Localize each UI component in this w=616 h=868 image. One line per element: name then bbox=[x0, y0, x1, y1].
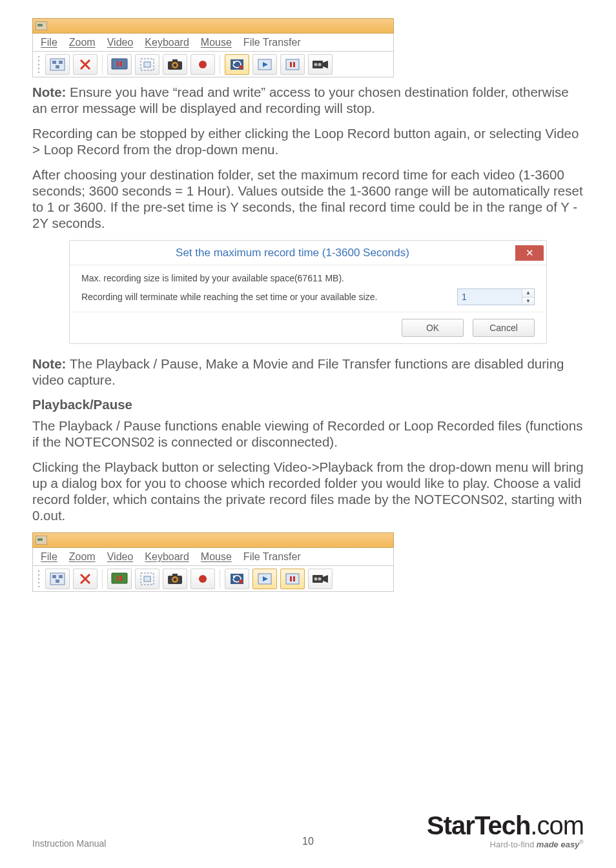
svg-point-18 bbox=[239, 65, 243, 69]
svg-rect-31 bbox=[56, 580, 59, 583]
svg-rect-6 bbox=[112, 59, 127, 69]
record-time-spinner[interactable]: 1 ▲ ▼ bbox=[457, 288, 535, 305]
menu-video[interactable]: Video bbox=[107, 551, 134, 563]
icon-toolbar bbox=[32, 566, 394, 592]
svg-point-27 bbox=[318, 63, 322, 66]
svg-point-41 bbox=[174, 578, 177, 581]
app-icon bbox=[36, 536, 47, 545]
record-icon[interactable] bbox=[190, 569, 215, 589]
page-number: 10 bbox=[32, 836, 584, 847]
menu-filetransfer[interactable]: File Transfer bbox=[243, 551, 301, 563]
app-toolbar-screenshot-1: File Zoom Video Keyboard Mouse File Tran… bbox=[32, 18, 394, 77]
ctrl-alt-del-icon[interactable] bbox=[45, 569, 70, 589]
fit-window-icon[interactable] bbox=[135, 569, 159, 589]
fit-window-icon[interactable] bbox=[135, 54, 159, 75]
svg-rect-35 bbox=[117, 576, 119, 581]
loop-record-icon[interactable] bbox=[225, 569, 249, 589]
close-icon[interactable] bbox=[73, 569, 98, 589]
titlebar bbox=[32, 18, 394, 34]
note-disabled-functions: Note: The Playback / Pause, Make a Movie… bbox=[32, 356, 584, 388]
svg-point-15 bbox=[199, 61, 207, 68]
heading-playback-pause: Playback/Pause bbox=[32, 397, 584, 412]
svg-rect-36 bbox=[120, 576, 122, 581]
dialog-titlebar: Set the maximum record time (1-3600 Seco… bbox=[70, 241, 546, 265]
svg-rect-28 bbox=[50, 573, 65, 585]
spin-up-icon[interactable]: ▲ bbox=[522, 289, 534, 298]
svg-rect-8 bbox=[120, 61, 122, 66]
cancel-button[interactable]: Cancel bbox=[473, 319, 535, 337]
svg-point-43 bbox=[199, 575, 207, 583]
monitor-pause-icon[interactable] bbox=[107, 54, 132, 75]
loop-record-icon[interactable] bbox=[225, 54, 249, 75]
svg-point-26 bbox=[314, 63, 318, 66]
monitor-active-icon[interactable] bbox=[107, 569, 132, 589]
movie-icon[interactable] bbox=[308, 569, 333, 589]
close-icon[interactable] bbox=[73, 54, 98, 75]
pause-icon[interactable] bbox=[280, 54, 305, 75]
svg-point-13 bbox=[174, 63, 177, 66]
svg-rect-2 bbox=[59, 61, 63, 64]
camera-icon[interactable] bbox=[163, 54, 187, 75]
svg-rect-7 bbox=[117, 61, 119, 66]
svg-marker-25 bbox=[323, 61, 328, 68]
svg-rect-23 bbox=[293, 62, 295, 67]
separator-icon bbox=[220, 569, 220, 589]
separator-icon bbox=[102, 569, 103, 589]
titlebar bbox=[32, 532, 394, 548]
ctrl-alt-del-icon[interactable] bbox=[45, 54, 70, 75]
separator-icon bbox=[220, 55, 220, 74]
record-time-dialog: Set the maximum record time (1-3600 Seco… bbox=[69, 240, 547, 344]
menu-filetransfer[interactable]: File Transfer bbox=[243, 37, 301, 48]
svg-rect-24 bbox=[313, 61, 323, 68]
ok-button[interactable]: OK bbox=[402, 319, 464, 337]
menu-zoom[interactable]: Zoom bbox=[69, 37, 96, 48]
menu-keyboard[interactable]: Keyboard bbox=[145, 551, 189, 563]
svg-rect-21 bbox=[286, 59, 299, 70]
menu-mouse[interactable]: Mouse bbox=[201, 37, 232, 48]
svg-rect-51 bbox=[293, 576, 295, 581]
menubar: File Zoom Video Keyboard Mouse File Tran… bbox=[32, 548, 394, 566]
svg-rect-50 bbox=[290, 576, 292, 581]
svg-point-55 bbox=[318, 577, 322, 580]
spin-down-icon[interactable]: ▼ bbox=[522, 298, 534, 305]
close-icon[interactable]: ✕ bbox=[515, 245, 544, 261]
svg-rect-0 bbox=[50, 59, 65, 70]
toolbar-grip-icon bbox=[37, 55, 41, 74]
pause-icon[interactable] bbox=[280, 569, 305, 589]
movie-icon[interactable] bbox=[308, 54, 333, 75]
toolbar-grip-icon bbox=[37, 569, 41, 589]
app-toolbar-screenshot-2: File Zoom Video Keyboard Mouse File Tran… bbox=[32, 532, 394, 592]
menubar: File Zoom Video Keyboard Mouse File Tran… bbox=[32, 34, 394, 52]
svg-point-46 bbox=[239, 580, 243, 583]
camera-icon[interactable] bbox=[163, 569, 187, 589]
svg-rect-14 bbox=[172, 59, 178, 62]
record-time-input[interactable]: 1 bbox=[458, 289, 522, 305]
menu-mouse[interactable]: Mouse bbox=[201, 551, 232, 563]
separator-icon bbox=[102, 55, 103, 74]
svg-rect-1 bbox=[52, 61, 56, 64]
dialog-msg-space: Max. recording size is limited by your a… bbox=[81, 273, 535, 283]
svg-rect-29 bbox=[52, 575, 56, 578]
icon-toolbar bbox=[32, 52, 394, 77]
menu-video[interactable]: Video bbox=[107, 37, 134, 48]
dialog-msg-terminate: Recording will terminate while reaching … bbox=[81, 292, 451, 302]
svg-rect-49 bbox=[286, 574, 299, 584]
svg-rect-42 bbox=[172, 574, 178, 576]
playback-icon[interactable] bbox=[252, 569, 277, 589]
para-playback-dialog: Clicking the Playback button or selectin… bbox=[32, 459, 584, 523]
record-icon[interactable] bbox=[190, 54, 215, 75]
app-icon bbox=[36, 21, 47, 30]
svg-rect-30 bbox=[59, 575, 63, 578]
menu-keyboard[interactable]: Keyboard bbox=[145, 37, 189, 48]
playback-icon[interactable] bbox=[252, 54, 277, 75]
svg-marker-53 bbox=[323, 575, 328, 583]
para-destination-folder: After choosing your destination folder, … bbox=[32, 167, 584, 231]
svg-rect-34 bbox=[112, 573, 127, 583]
svg-rect-22 bbox=[290, 62, 292, 67]
para-playback-desc: The Playback / Pause functions enable vi… bbox=[32, 418, 584, 450]
menu-zoom[interactable]: Zoom bbox=[69, 551, 96, 563]
note-read-write: Note: Ensure you have “read and write” a… bbox=[32, 84, 584, 116]
menu-file[interactable]: File bbox=[41, 551, 57, 563]
menu-file[interactable]: File bbox=[41, 37, 57, 48]
svg-rect-52 bbox=[313, 575, 323, 583]
